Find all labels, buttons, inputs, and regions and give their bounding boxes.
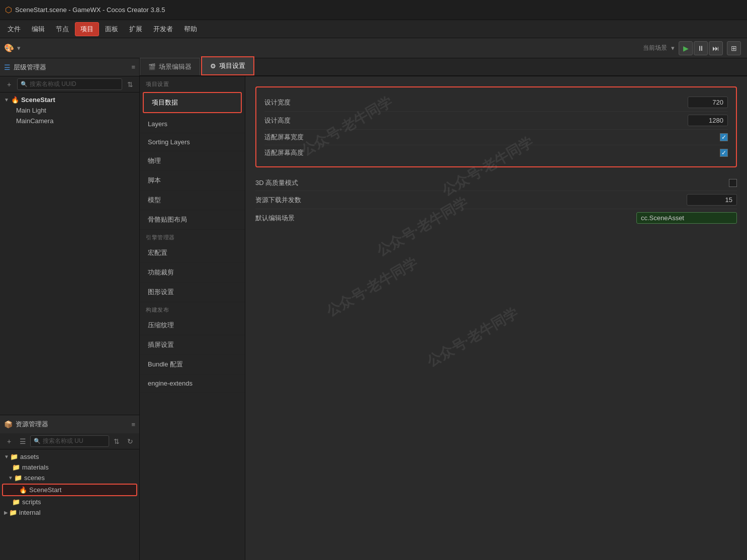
fit-width-label: 适配屏幕宽度 <box>264 133 720 142</box>
scene-tab-label: 场景编辑器 <box>159 62 192 71</box>
asset-item-scenes[interactable]: ▼ 📁 scenes <box>0 473 139 483</box>
settings-nav-project-data[interactable]: 项目数据 <box>143 92 242 113</box>
mainlight-label: Main Light <box>16 107 46 114</box>
toolbar-row: 🎨 ▾ 当前场景 ▾ ▶ ⏸ ⏭ ⊞ <box>0 38 747 58</box>
hierarchy-title: 层级管理器 <box>14 63 128 72</box>
settings-section-project: 项目设置 <box>140 76 245 90</box>
watermark-5: 公众号·老牛同学 <box>423 304 521 371</box>
scenes-label: scenes <box>24 474 45 482</box>
menu-developer[interactable]: 开发者 <box>148 23 178 36</box>
texture-label: 压缩纹理 <box>148 321 174 329</box>
internal-label: internal <box>19 509 41 516</box>
menu-node[interactable]: 节点 <box>51 23 74 36</box>
tab-project-settings[interactable]: ⚙ 项目设置 <box>201 56 254 75</box>
materials-label: materials <box>22 463 49 471</box>
settings-nav-macro[interactable]: 宏配置 <box>140 243 245 263</box>
design-width-label: 设计宽度 <box>264 98 688 107</box>
asset-tree: ▼ 📁 assets 📁 materials ▼ 📁 scenes <box>0 449 139 560</box>
design-height-label: 设计高度 <box>264 116 688 125</box>
hierarchy-menu-icon[interactable]: ≡ <box>131 63 135 71</box>
tree-item-scenestart[interactable]: ▼ 🔥 SceneStart <box>0 95 139 105</box>
menu-file[interactable]: 文件 <box>3 23 26 36</box>
project-data-label: 项目数据 <box>152 99 178 106</box>
asset-search-container: 🔍 搜索名称或 UU <box>30 435 109 447</box>
hierarchy-sort-button[interactable]: ⇅ <box>124 78 136 90</box>
main-layout: ☰ 层级管理器 ≡ + 🔍 搜索名称或 UUID ⇅ ▼ 🔥 SceneStar… <box>0 58 747 560</box>
hierarchy-header: ☰ 层级管理器 ≡ <box>0 58 139 76</box>
menu-extend[interactable]: 扩展 <box>124 23 147 36</box>
menu-panel[interactable]: 面板 <box>100 23 123 36</box>
toolbar-dropdown-arrow: ▾ <box>17 44 21 52</box>
hierarchy-icon: ☰ <box>4 63 11 71</box>
engine-extends-label: engine-extends <box>148 380 193 387</box>
settings-nav-layers[interactable]: Layers <box>140 115 245 133</box>
concurrent-label: 资源下载并发数 <box>255 196 687 205</box>
fit-width-value: ✓ <box>720 133 728 141</box>
menu-edit[interactable]: 编辑 <box>27 23 50 36</box>
settings-nav-sorting-layers[interactable]: Sorting Layers <box>140 133 245 151</box>
play-button[interactable]: ▶ <box>679 41 693 55</box>
menu-project[interactable]: 项目 <box>75 22 99 36</box>
settings-nav-model[interactable]: 模型 <box>140 191 245 210</box>
scene-start-label: SceneStart <box>29 486 61 494</box>
menu-help[interactable]: 帮助 <box>179 23 202 36</box>
asset-list-button[interactable]: ☰ <box>17 435 29 447</box>
quality-3d-value <box>729 179 737 187</box>
pause-button[interactable]: ⏸ <box>694 41 708 55</box>
settings-nav-splash[interactable]: 插屏设置 <box>140 335 245 355</box>
asset-menu-icon[interactable]: ≡ <box>131 421 135 428</box>
asset-search-icon: 🔍 <box>34 438 41 444</box>
hierarchy-toolbar: + 🔍 搜索名称或 UUID ⇅ <box>0 76 139 92</box>
fit-height-checkbox[interactable]: ✓ <box>720 149 728 157</box>
asset-item-materials[interactable]: 📁 materials <box>0 462 139 473</box>
default-scene-label: 默认编辑场景 <box>255 214 636 223</box>
title-text: SceneStart.scene - GameWX - Cocos Creato… <box>15 6 165 14</box>
hierarchy-add-button[interactable]: + <box>3 78 15 90</box>
grid-button[interactable]: ⊞ <box>727 41 741 55</box>
asset-item-scripts[interactable]: 📁 scripts <box>0 497 139 507</box>
asset-refresh-button[interactable]: ↻ <box>124 435 136 447</box>
settings-nav-scripts[interactable]: 脚本 <box>140 171 245 191</box>
design-height-input[interactable] <box>688 115 728 126</box>
tab-scene-editor[interactable]: 🎬 场景编辑器 <box>140 58 200 75</box>
quality-3d-checkbox[interactable] <box>729 179 737 187</box>
settings-nav: 项目设置 项目数据 Layers Sorting Layers 物理 脚本 模 <box>140 76 245 560</box>
assets-label: assets <box>20 453 39 460</box>
default-scene-value <box>636 212 737 224</box>
settings-nav-engine-extends[interactable]: engine-extends <box>140 375 245 393</box>
asset-search-placeholder: 搜索名称或 UU <box>43 437 83 445</box>
tree-item-maincamera[interactable]: MainCamera <box>0 116 139 126</box>
asset-sort-button[interactable]: ⇅ <box>111 435 123 447</box>
tree-item-mainlight[interactable]: Main Light <box>0 105 139 116</box>
asset-item-scenestart[interactable]: 🔥 SceneStart <box>2 484 137 496</box>
asset-item-assets[interactable]: ▼ 📁 assets <box>0 451 139 462</box>
fit-height-row: 适配屏幕高度 ✓ <box>264 145 728 160</box>
fit-height-value: ✓ <box>720 149 728 157</box>
asset-item-internal[interactable]: ▶ 📁 internal <box>0 507 139 518</box>
settings-nav-graphics[interactable]: 图形设置 <box>140 283 245 302</box>
settings-nav-feature[interactable]: 功能裁剪 <box>140 263 245 283</box>
macro-label: 宏配置 <box>148 249 167 256</box>
design-width-input[interactable] <box>688 97 728 108</box>
fit-width-checkbox[interactable]: ✓ <box>720 133 728 141</box>
settings-nav-physics[interactable]: 物理 <box>140 151 245 171</box>
feature-label: 功能裁剪 <box>148 268 174 276</box>
sorting-layers-label: Sorting Layers <box>148 138 190 146</box>
step-button[interactable]: ⏭ <box>709 41 723 55</box>
default-scene-input[interactable] <box>636 212 737 224</box>
settings-nav-skeleton[interactable]: 骨骼贴图布局 <box>140 210 245 230</box>
asset-icon: 📦 <box>4 420 13 428</box>
asset-add-button[interactable]: + <box>3 435 15 447</box>
settings-nav-bundle[interactable]: Bundle 配置 <box>140 355 245 375</box>
concurrent-input[interactable] <box>687 194 737 206</box>
design-height-row: 设计高度 <box>264 112 728 130</box>
bundle-label: Bundle 配置 <box>148 360 183 368</box>
menu-bar: 文件 编辑 节点 项目 面板 扩展 开发者 帮助 <box>0 20 747 38</box>
asset-header: 📦 资源管理器 ≡ <box>0 415 139 433</box>
concurrent-row: 资源下载并发数 <box>255 191 737 209</box>
skeleton-label: 骨骼贴图布局 <box>148 216 187 223</box>
settings-nav-texture[interactable]: 压缩纹理 <box>140 316 245 335</box>
scene-tab-icon: 🎬 <box>148 63 156 70</box>
settings-tab-label: 项目设置 <box>219 61 245 70</box>
asset-toolbar: + ☰ 🔍 搜索名称或 UU ⇅ ↻ <box>0 433 139 449</box>
